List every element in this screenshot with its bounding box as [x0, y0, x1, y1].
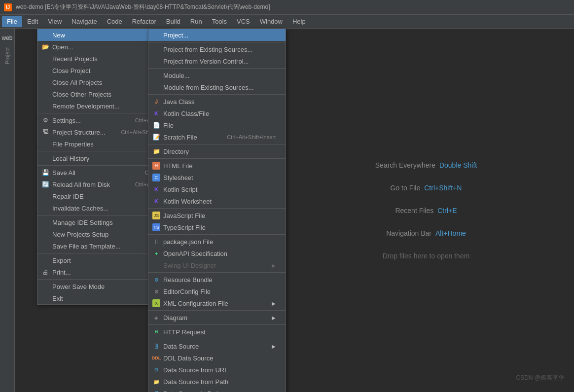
xml-icon: X — [152, 299, 160, 307]
watermark: CSDN @极客李华 — [516, 374, 564, 382]
stylesheet-icon: C — [152, 174, 160, 181]
right-panel: Search Everywhere Double Shift Go to Fil… — [278, 29, 574, 392]
new-sep-11 — [148, 339, 286, 339]
menu-build[interactable]: Build — [161, 16, 185, 27]
new-sep-7 — [148, 234, 286, 235]
new-package-json[interactable]: {} package.json File — [148, 236, 286, 248]
new-file[interactable]: 📄 File — [148, 119, 286, 131]
main-area: web Project New ▶ 📂 Open... Recent Proje… — [0, 29, 574, 392]
new-sep-5 — [148, 158, 286, 159]
menu-code[interactable]: Code — [102, 16, 127, 27]
js-icon: JS — [152, 212, 160, 219]
scratch-file-icon: 📝 — [152, 133, 160, 141]
resource-bundle-icon: ⚙ — [152, 276, 160, 284]
new-data-source-path[interactable]: 📁 Data Source from Path — [148, 376, 286, 388]
new-js-file[interactable]: JS JavaScript File — [148, 210, 286, 221]
new-html-file[interactable]: H HTML File — [148, 160, 286, 172]
new-xml-config[interactable]: X XML Configuration File ▶ — [148, 297, 286, 309]
title-text: web-demo [E:\专业学习资料\JAVA\JavaWeb-资料\day0… — [16, 3, 270, 11]
new-editorconfig[interactable]: ⚙ EditorConfig File — [148, 285, 286, 297]
menu-file[interactable]: File — [2, 16, 22, 27]
new-diagram[interactable]: ◈ Diagram ▶ — [148, 312, 286, 323]
ddl-icon: DDL — [152, 354, 160, 362]
openapi-icon: ✦ — [152, 249, 160, 257]
new-data-source-in-path[interactable]: 🗄 Data Source in Path — [148, 388, 286, 392]
new-java-class[interactable]: J Java Class — [148, 96, 286, 107]
new-sep-2 — [148, 68, 286, 69]
new-http-request[interactable]: H HTTP Request — [148, 326, 286, 338]
app-logo: IJ — [4, 3, 12, 11]
save-icon: 💾 — [41, 169, 49, 177]
hint-recent-files: Recent Files Ctrl+E — [395, 207, 457, 214]
directory-icon: 📁 — [152, 147, 160, 155]
new-sep-10 — [148, 324, 286, 325]
hint-navigation-bar: Navigation Bar Alt+Home — [386, 229, 466, 237]
ts-icon: TS — [152, 223, 160, 231]
new-sep-6 — [148, 208, 286, 209]
new-openapi[interactable]: ✦ OpenAPI Specification — [148, 248, 286, 259]
kotlin-class-icon: K — [152, 109, 160, 117]
new-module[interactable]: Module... — [148, 70, 286, 81]
hint-nav-bar-text: Navigation Bar — [386, 229, 431, 237]
menu-help[interactable]: Help — [287, 16, 311, 27]
new-icon — [41, 31, 49, 39]
hint-recent-files-shortcut: Ctrl+E — [437, 207, 457, 214]
sidebar: web Project — [0, 29, 15, 392]
sidebar-project-label[interactable]: Project — [4, 47, 10, 64]
new-stylesheet[interactable]: C Stylesheet — [148, 172, 286, 183]
new-ts-file[interactable]: TS TypeScript File — [148, 221, 286, 233]
package-json-icon: {} — [152, 238, 160, 246]
editorconfig-icon: ⚙ — [152, 287, 160, 295]
new-resource-bundle[interactable]: ⚙ Resource Bundle — [148, 274, 286, 285]
java-class-icon: J — [152, 98, 160, 106]
hint-goto-file-text: Go to File — [391, 184, 421, 192]
hint-search-text: Search Everywhere — [375, 161, 435, 169]
project-structure-icon: 🏗 — [41, 128, 49, 136]
menu-refactor[interactable]: Refactor — [127, 16, 161, 27]
new-kotlin-script[interactable]: K Kotlin Script — [148, 183, 286, 195]
drop-files-text: Drop files here to open them — [383, 252, 470, 260]
data-source-in-path-icon: 🗄 — [152, 390, 160, 392]
content-area: New ▶ 📂 Open... Recent Projects ▶ Close … — [15, 29, 574, 392]
kotlin-script-icon: K — [152, 185, 160, 193]
new-kotlin-class[interactable]: K Kotlin Class/File — [148, 107, 286, 119]
new-module-from-existing[interactable]: Module from Existing Sources... — [148, 81, 286, 93]
new-scratch-file[interactable]: 📝 Scratch File Ctrl+Alt+Shift+Insert — [148, 131, 286, 143]
kotlin-worksheet-icon: K — [152, 197, 160, 205]
menu-window[interactable]: Window — [255, 16, 287, 27]
new-submenu: Project... Project from Existing Sources… — [148, 29, 286, 392]
open-icon: 📂 — [41, 43, 49, 51]
http-icon: H — [152, 328, 160, 336]
hint-search-shortcut: Double Shift — [439, 161, 477, 169]
new-ddl-data-source[interactable]: DDL DDL Data Source — [148, 352, 286, 364]
new-sep-3 — [148, 94, 286, 95]
new-data-source[interactable]: 🗄 Data Source ▶ — [148, 340, 286, 352]
html-icon: H — [152, 162, 160, 170]
hint-search-everywhere: Search Everywhere Double Shift — [375, 161, 477, 169]
settings-icon: ⚙ — [41, 116, 49, 124]
data-source-url-icon: ⊞ — [152, 366, 160, 374]
title-bar: IJ web-demo [E:\专业学习资料\JAVA\JavaWeb-资料\d… — [0, 0, 574, 15]
file-icon: 📄 — [152, 121, 160, 129]
print-icon: 🖨 — [41, 268, 49, 276]
new-data-source-url[interactable]: ⊞ Data Source from URL — [148, 364, 286, 376]
menu-navigate[interactable]: Navigate — [67, 16, 102, 27]
reload-icon: 🔄 — [41, 180, 49, 188]
data-source-path-icon: 📁 — [152, 378, 160, 386]
new-project-from-existing[interactable]: Project from Existing Sources... — [148, 43, 286, 55]
new-project-from-vcs[interactable]: Project from Version Control... — [148, 55, 286, 67]
menu-tools[interactable]: Tools — [207, 16, 232, 27]
new-sep-9 — [148, 310, 286, 311]
menu-edit[interactable]: Edit — [22, 16, 43, 27]
menu-run[interactable]: Run — [185, 16, 207, 27]
data-source-icon: 🗄 — [152, 342, 160, 350]
menu-vcs[interactable]: VCS — [232, 16, 255, 27]
sidebar-web-label: web — [0, 33, 16, 43]
new-kotlin-worksheet[interactable]: K Kotlin Worksheet — [148, 195, 286, 207]
new-swing-ui[interactable]: Swing UI Designer ▶ — [148, 259, 286, 271]
new-project[interactable]: Project... — [148, 29, 286, 41]
menu-view[interactable]: View — [43, 16, 67, 27]
hint-goto-file-shortcut: Ctrl+Shift+N — [424, 184, 462, 192]
new-sep-1 — [148, 42, 286, 42]
new-directory[interactable]: 📁 Directory — [148, 145, 286, 157]
